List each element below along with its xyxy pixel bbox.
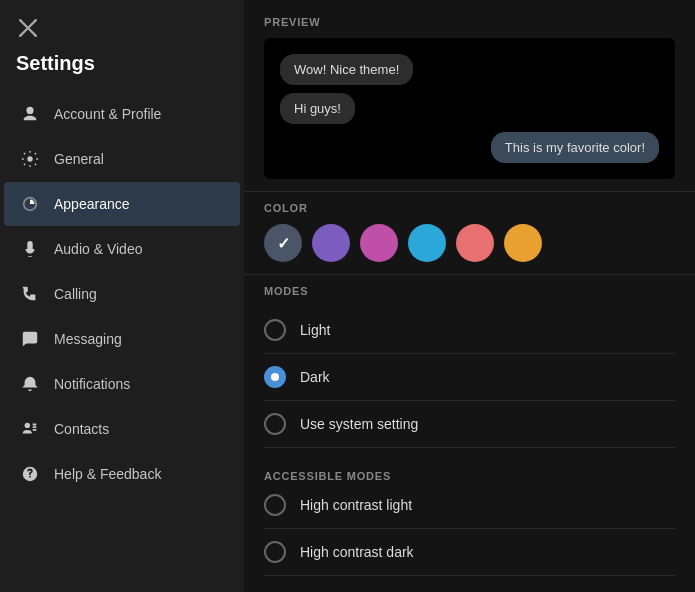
accessible-modes-list: High contrast light High contrast dark — [264, 482, 675, 576]
sidebar: Settings Account & Profile General Appea… — [0, 0, 244, 592]
accessible-mode-label-high-contrast-light: High contrast light — [300, 497, 412, 513]
sidebar-item-label: Account & Profile — [54, 106, 161, 122]
preview-section: PREVIEW Wow! Nice theme! Hi guys! This i… — [244, 0, 695, 191]
sidebar-item-contacts[interactable]: Contacts — [4, 407, 240, 451]
sidebar-nav: Account & Profile General Appearance Aud… — [0, 91, 244, 497]
svg-point-0 — [27, 156, 32, 161]
radio-system — [264, 413, 286, 435]
radio-high-contrast-light — [264, 494, 286, 516]
general-icon — [20, 149, 40, 169]
mode-label-dark: Dark — [300, 369, 330, 385]
sidebar-item-calling[interactable]: Calling — [4, 272, 240, 316]
mode-option-dark[interactable]: Dark — [264, 354, 675, 401]
sidebar-item-audio-video[interactable]: Audio & Video — [4, 227, 240, 271]
color-swatches: ✓ — [264, 224, 675, 262]
radio-light — [264, 319, 286, 341]
color-label: COLOR — [264, 202, 675, 214]
modes-list: Light Dark Use system setting — [264, 307, 675, 448]
chat-row-1: Wow! Nice theme! — [280, 54, 659, 85]
sidebar-header — [0, 0, 244, 52]
sidebar-item-label: Contacts — [54, 421, 109, 437]
radio-dark — [264, 366, 286, 388]
accessible-modes-section: ACCESSIBLE MODES High contrast light Hig… — [244, 448, 695, 576]
sidebar-item-appearance[interactable]: Appearance — [4, 182, 240, 226]
sidebar-item-label: Appearance — [54, 196, 130, 212]
accessible-modes-label: ACCESSIBLE MODES — [264, 458, 675, 482]
check-icon: ✓ — [277, 234, 290, 253]
modes-section: MODES Light Dark Use system setting — [244, 274, 695, 448]
radio-high-contrast-dark — [264, 541, 286, 563]
accessible-mode-option-high-contrast-dark[interactable]: High contrast dark — [264, 529, 675, 576]
sidebar-item-label: Messaging — [54, 331, 122, 347]
chat-bubble-2: Hi guys! — [280, 93, 355, 124]
close-icon — [19, 19, 37, 37]
preview-label: PREVIEW — [264, 16, 675, 28]
help-icon — [20, 464, 40, 484]
sidebar-item-label: Audio & Video — [54, 241, 142, 257]
sidebar-item-messaging[interactable]: Messaging — [4, 317, 240, 361]
mic-icon — [20, 239, 40, 259]
page-title: Settings — [0, 52, 244, 91]
sidebar-item-notifications[interactable]: Notifications — [4, 362, 240, 406]
modes-label: MODES — [264, 285, 675, 297]
color-swatch-coral[interactable] — [456, 224, 494, 262]
chat-row-3: This is my favorite color! — [280, 132, 659, 163]
mode-option-light[interactable]: Light — [264, 307, 675, 354]
sidebar-item-label: Calling — [54, 286, 97, 302]
accessible-mode-option-high-contrast-light[interactable]: High contrast light — [264, 482, 675, 529]
phone-icon — [20, 284, 40, 304]
sidebar-item-label: Help & Feedback — [54, 466, 161, 482]
mode-option-system[interactable]: Use system setting — [264, 401, 675, 448]
color-section: COLOR ✓ — [244, 191, 695, 274]
chat-row-2: Hi guys! — [280, 93, 659, 124]
sidebar-item-label: General — [54, 151, 104, 167]
preview-box: Wow! Nice theme! Hi guys! This is my fav… — [264, 38, 675, 179]
chat-bubble-3: This is my favorite color! — [491, 132, 659, 163]
chat-bubble-1: Wow! Nice theme! — [280, 54, 413, 85]
message-icon — [20, 329, 40, 349]
color-swatch-gray[interactable]: ✓ — [264, 224, 302, 262]
accessible-mode-label-high-contrast-dark: High contrast dark — [300, 544, 414, 560]
appearance-icon — [20, 194, 40, 214]
sidebar-item-account[interactable]: Account & Profile — [4, 92, 240, 136]
color-swatch-orange[interactable] — [504, 224, 542, 262]
person-icon — [20, 104, 40, 124]
mode-label-system: Use system setting — [300, 416, 418, 432]
contacts-icon — [20, 419, 40, 439]
close-button[interactable] — [16, 16, 40, 40]
color-swatch-purple[interactable] — [312, 224, 350, 262]
mode-label-light: Light — [300, 322, 330, 338]
color-swatch-cyan[interactable] — [408, 224, 446, 262]
main-content: PREVIEW Wow! Nice theme! Hi guys! This i… — [244, 0, 695, 592]
color-swatch-magenta[interactable] — [360, 224, 398, 262]
sidebar-item-general[interactable]: General — [4, 137, 240, 181]
bell-icon — [20, 374, 40, 394]
sidebar-item-label: Notifications — [54, 376, 130, 392]
sidebar-item-help[interactable]: Help & Feedback — [4, 452, 240, 496]
